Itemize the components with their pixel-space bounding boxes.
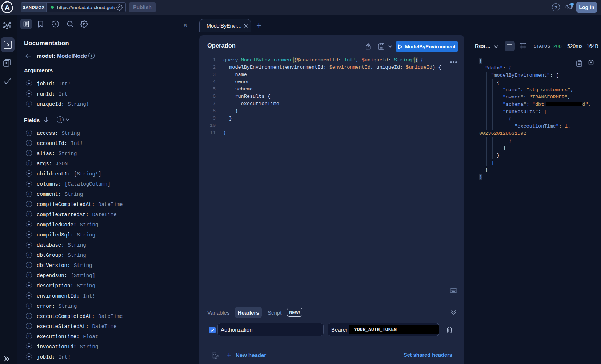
svg-text:A: A bbox=[5, 4, 10, 12]
